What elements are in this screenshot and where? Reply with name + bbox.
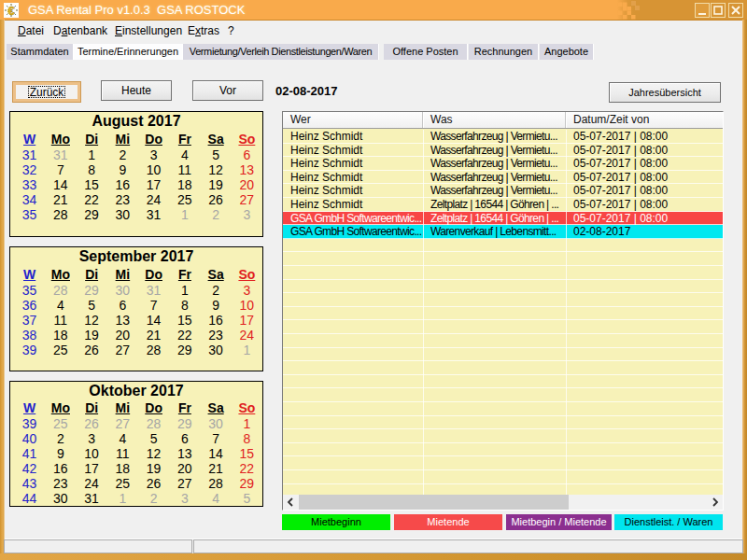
svg-text:€: € [7,4,14,18]
